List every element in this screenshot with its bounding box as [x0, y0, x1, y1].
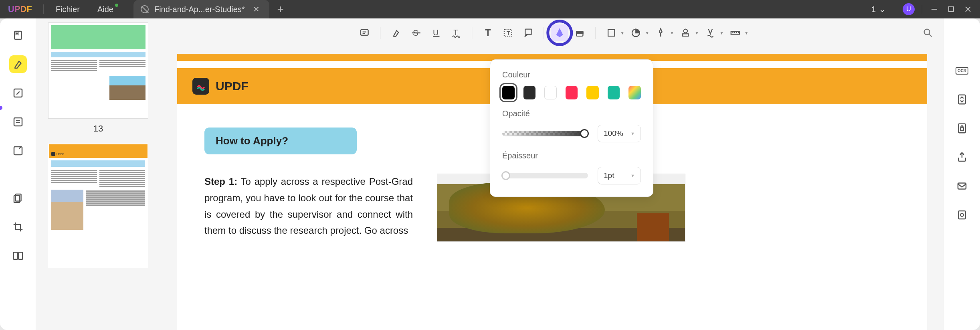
swatch-black[interactable] [502, 86, 515, 99]
convert-button[interactable] [953, 91, 971, 108]
tab-title: Find-and-Ap...er-Studies* [154, 5, 245, 14]
thumbnail-page-13[interactable] [48, 22, 148, 119]
ocr-button[interactable]: OCR [953, 62, 971, 79]
pencil-tool[interactable] [551, 24, 568, 41]
opacity-value-select[interactable]: 100% ▼ [598, 125, 641, 142]
highlighter-tool[interactable] [388, 24, 404, 41]
callout-tool[interactable] [519, 24, 536, 41]
swatch-dark-gray[interactable] [523, 86, 536, 99]
svg-rect-42 [958, 183, 966, 189]
color-label: Couleur [502, 70, 641, 79]
textbox-tool[interactable]: T [499, 24, 516, 41]
protect-button[interactable] [953, 119, 971, 137]
opacity-label: Opacité [502, 109, 641, 118]
maximize-button[interactable] [946, 4, 956, 14]
page-list-button[interactable] [9, 113, 27, 131]
separator [380, 27, 380, 39]
document-tab[interactable]: Find-and-Ap...er-Studies* ✕ [133, 0, 269, 18]
chevron-down-icon: ▼ [630, 131, 635, 136]
stamp-tool[interactable]: ▼ [677, 24, 699, 41]
main-area: 13 UPDF S U T T T [0, 18, 980, 330]
thickness-slider[interactable] [502, 173, 588, 178]
svg-rect-12 [13, 252, 17, 259]
svg-rect-9 [14, 147, 22, 155]
thickness-thumb[interactable] [501, 171, 510, 180]
thickness-value: 1pt [604, 171, 614, 180]
opacity-slider[interactable] [502, 131, 588, 136]
swatch-teal[interactable] [608, 86, 620, 99]
fill-tool[interactable]: ▼ [628, 24, 649, 41]
selection-ring [546, 20, 573, 46]
svg-point-44 [960, 213, 964, 217]
measure-tool[interactable]: ▼ [727, 24, 748, 41]
app-logo: UPDF [0, 4, 40, 14]
svg-rect-31 [683, 34, 689, 36]
search-button[interactable] [920, 25, 936, 41]
swatch-yellow[interactable] [586, 86, 599, 99]
strikethrough-tool[interactable]: S [408, 24, 424, 41]
divider [43, 4, 44, 14]
thickness-row: 1pt ▼ [502, 167, 641, 184]
underline-tool[interactable]: U [428, 24, 445, 41]
pencil-options-popover: Couleur Opacité 100% ▼ Épaisse [490, 59, 653, 197]
document-area: S U T T T ▼ ▼ ▼ ▼ ▼ ▼ Couleur [160, 18, 944, 330]
right-sidebar: OCR [944, 18, 980, 330]
thickness-label: Épaisseur [502, 151, 641, 160]
color-swatches [502, 86, 641, 99]
svg-text:T: T [485, 28, 491, 38]
updf-logo-icon [192, 78, 209, 95]
active-marker [0, 106, 2, 110]
copy-pages-button[interactable] [9, 189, 27, 207]
add-tab-button[interactable]: + [269, 3, 292, 16]
thumbnail-page-14[interactable]: UPDF [48, 144, 148, 268]
chevron-down-icon: ▼ [630, 173, 635, 178]
email-button[interactable] [953, 177, 971, 195]
close-button[interactable] [963, 4, 973, 14]
svg-rect-14 [360, 30, 368, 35]
swatch-custom[interactable] [628, 86, 641, 99]
svg-point-30 [684, 29, 687, 33]
section-title: How to Apply? [204, 128, 357, 154]
svg-text:U: U [433, 28, 438, 37]
step-label: Step 1: [204, 176, 237, 187]
svg-rect-1 [949, 7, 954, 12]
thumbnail-label: 13 [48, 123, 148, 134]
separator [472, 27, 472, 39]
opacity-thumb[interactable] [580, 129, 589, 138]
batch-button[interactable] [953, 206, 971, 224]
opacity-value: 100% [604, 129, 623, 138]
titlebar: UPDF Fichier Aide Find-and-Ap...er-Studi… [0, 0, 980, 18]
share-button[interactable] [953, 148, 971, 166]
thickness-value-select[interactable]: 1pt ▼ [598, 167, 641, 184]
highlight-tool-button[interactable] [9, 55, 27, 73]
eraser-tool[interactable] [571, 24, 588, 41]
menu-file[interactable]: Fichier [47, 5, 89, 14]
compare-button[interactable] [9, 247, 27, 265]
comment-tool[interactable] [356, 24, 373, 41]
left-sidebar [0, 18, 36, 330]
svg-text:T: T [506, 30, 510, 36]
annotation-toolbar: S U T T T ▼ ▼ ▼ ▼ ▼ ▼ [350, 22, 755, 44]
page-indicator[interactable]: 1 ⌄ [871, 4, 886, 14]
svg-text:T: T [453, 28, 458, 36]
swatch-white[interactable] [544, 86, 557, 99]
crop-button[interactable] [9, 218, 27, 236]
edit-text-button[interactable] [9, 84, 27, 102]
page-number: 1 [871, 5, 876, 14]
svg-rect-28 [608, 30, 614, 36]
avatar[interactable]: U [903, 3, 915, 15]
minimize-button[interactable] [929, 4, 939, 14]
close-icon[interactable]: ✕ [251, 4, 262, 14]
svg-point-37 [924, 29, 930, 35]
shape-tool[interactable]: ▼ [603, 24, 624, 41]
svg-rect-27 [576, 32, 583, 34]
chevron-down-icon: ⌄ [879, 4, 886, 14]
signature-tool[interactable]: ▼ [702, 24, 723, 41]
bookmarks-button[interactable] [9, 26, 27, 44]
squiggly-tool[interactable]: T [448, 24, 465, 41]
separator [544, 27, 544, 39]
form-button[interactable] [9, 142, 27, 160]
text-tool[interactable]: T [479, 24, 496, 41]
pin-tool[interactable]: ▼ [653, 24, 674, 41]
swatch-red[interactable] [566, 86, 578, 99]
